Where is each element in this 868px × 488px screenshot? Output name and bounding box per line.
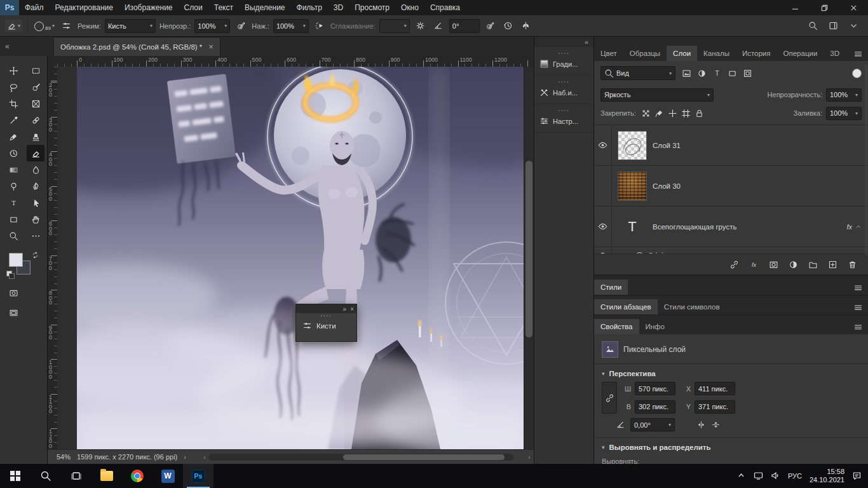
display-icon[interactable]	[754, 471, 763, 482]
vertical-ruler[interactable]: 2003004005006007008009001000110012001300	[48, 67, 58, 449]
ruler-corner[interactable]	[48, 56, 58, 67]
tab-properties[interactable]: Свойства	[594, 319, 639, 334]
tool-ellipsis[interactable]	[27, 227, 44, 244]
tool-clone-stamp[interactable]	[27, 128, 44, 145]
rail-row[interactable]: Гради...	[534, 55, 593, 76]
dock-scrollbar-thumb[interactable]	[865, 65, 867, 255]
tab-styles[interactable]: Стили	[594, 280, 628, 295]
text-layer-icon[interactable]: T	[618, 219, 647, 235]
brushes-floating-panel[interactable]: » × •••• Кисти	[295, 304, 357, 342]
chrome-icon[interactable]	[122, 464, 153, 488]
chevron-down-icon[interactable]	[846, 19, 860, 33]
quick-mask-icon[interactable]	[9, 288, 47, 298]
constrain-link-icon[interactable]	[602, 382, 617, 414]
smart-object-filter-icon[interactable]	[740, 66, 754, 80]
flip-horizontal-icon[interactable]	[696, 420, 706, 430]
menu-item-Фильтр[interactable]: Фильтр	[291, 0, 328, 15]
layer-filter-select[interactable]: Вид▾	[600, 66, 675, 80]
horizontal-ruler[interactable]: 0100200300400500600700800900100011001200	[57, 56, 534, 67]
flip-vertical-icon[interactable]	[711, 420, 721, 430]
pressure-size-icon[interactable]	[484, 19, 498, 33]
close-icon[interactable]	[839, 0, 868, 15]
width-field[interactable]: 570 пикс.	[635, 382, 675, 395]
tab-info[interactable]: Инфо	[639, 319, 671, 334]
word-icon[interactable]: W	[153, 464, 183, 488]
adjustment-filter-icon[interactable]	[695, 66, 709, 80]
tab-Цвет[interactable]: Цвет	[594, 46, 623, 61]
visibility-toggle[interactable]	[594, 125, 612, 165]
tab-История[interactable]: История	[736, 46, 777, 61]
rail-row[interactable]: Наб.и...	[534, 84, 593, 104]
rail-row[interactable]: Настр...	[534, 112, 593, 133]
menu-item-Слои[interactable]: Слои	[179, 0, 208, 15]
vertical-scrollbar-thumb[interactable]	[526, 161, 532, 337]
tab-Слои[interactable]: Слои	[667, 46, 697, 61]
tool-type[interactable]: T	[4, 194, 22, 211]
lock-paint-icon[interactable]	[653, 107, 666, 119]
visibility-toggle[interactable]	[594, 207, 612, 247]
visibility-toggle[interactable]	[594, 166, 612, 206]
tool-move[interactable]	[4, 62, 22, 79]
horizontal-scrollbar[interactable]: ‹ ›	[200, 450, 534, 464]
tool-pen[interactable]	[27, 178, 44, 194]
action-center-icon[interactable]	[852, 471, 862, 482]
tool-blur[interactable]	[27, 161, 44, 178]
y-field[interactable]: 371 пикс.	[695, 400, 735, 414]
layer-row[interactable]: TВсепоглощающая грустьfx	[594, 207, 868, 247]
tool-brush[interactable]	[4, 128, 22, 145]
menu-item-Изображение[interactable]: Изображение	[119, 0, 179, 15]
shape-filter-icon[interactable]	[725, 66, 739, 80]
tool-spot-healing[interactable]	[27, 112, 44, 128]
menu-item-Окно[interactable]: Окно	[395, 0, 424, 15]
trash-icon[interactable]	[845, 257, 859, 271]
foreground-color-swatch[interactable]	[9, 253, 23, 267]
tab-Образцы[interactable]: Образцы	[623, 46, 667, 61]
document-tab[interactable]: Обложка 2.psd @ 54% (Слой 45, RGB/8) * ×	[53, 37, 220, 56]
tool-quick-selection[interactable]	[27, 79, 44, 95]
vertical-scrollbar[interactable]	[524, 67, 534, 449]
x-field[interactable]: 411 пикс.	[695, 382, 735, 395]
swap-colors-icon[interactable]	[32, 252, 39, 259]
mode-select[interactable]: Кисть▾	[105, 19, 156, 33]
angle-field[interactable]: 0°	[449, 19, 480, 33]
task-view-icon[interactable]	[61, 464, 92, 488]
height-field[interactable]: 302 пикс.	[635, 400, 675, 414]
panel-menu-icon[interactable]	[848, 46, 868, 61]
menu-item-Справка[interactable]: Справка	[424, 0, 466, 15]
menu-item-3D[interactable]: 3D	[328, 0, 349, 15]
default-colors-icon[interactable]	[6, 271, 14, 278]
new-layer-icon[interactable]	[825, 257, 839, 271]
lock-all-icon[interactable]	[693, 107, 706, 119]
canvas-viewport[interactable]: » × •••• Кисти	[57, 67, 524, 449]
lock-transparency-icon[interactable]	[640, 107, 653, 119]
zoom-level[interactable]: 54%	[57, 453, 71, 461]
tool-crop[interactable]	[4, 95, 22, 112]
lock-artboard-icon[interactable]	[680, 107, 693, 119]
layer-thumbnail[interactable]	[618, 131, 647, 160]
type-filter-icon[interactable]: T	[710, 66, 724, 80]
language-indicator[interactable]: РУС	[788, 472, 802, 480]
brush-preset-picker[interactable]: 89 ▾	[33, 20, 56, 32]
canvas-artwork[interactable]	[77, 67, 524, 449]
chevron-up-icon[interactable]	[736, 471, 746, 482]
status-menu-icon[interactable]: ›	[184, 453, 186, 461]
tool-rectangle[interactable]	[4, 211, 22, 227]
taskbar-search-icon[interactable]	[31, 464, 61, 488]
tab-3D[interactable]: 3D	[824, 46, 846, 61]
tool-path-selection[interactable]	[27, 194, 44, 211]
symmetry-icon[interactable]	[519, 19, 533, 33]
toggle-brush-panel-icon[interactable]	[60, 19, 74, 33]
link-icon[interactable]	[727, 257, 741, 271]
clock[interactable]: 15:58 24.10.2021	[810, 468, 844, 484]
rail-item-Гради...[interactable]: ••••Гради...	[534, 51, 593, 76]
menu-item-Текст[interactable]: Текст	[208, 0, 239, 15]
rail-expand-icon[interactable]: «	[534, 37, 593, 47]
pixel-filter-icon[interactable]	[679, 66, 693, 80]
flow-field[interactable]: 100%▾	[273, 19, 309, 33]
mask-icon[interactable]	[766, 257, 780, 271]
tool-history-brush[interactable]	[4, 145, 22, 161]
start-icon[interactable]	[0, 464, 31, 488]
layer-row-effects[interactable]: fxЭффекты	[594, 247, 868, 254]
visibility-toggle[interactable]	[594, 247, 612, 254]
layer-row[interactable]: Слой 30	[594, 166, 868, 207]
